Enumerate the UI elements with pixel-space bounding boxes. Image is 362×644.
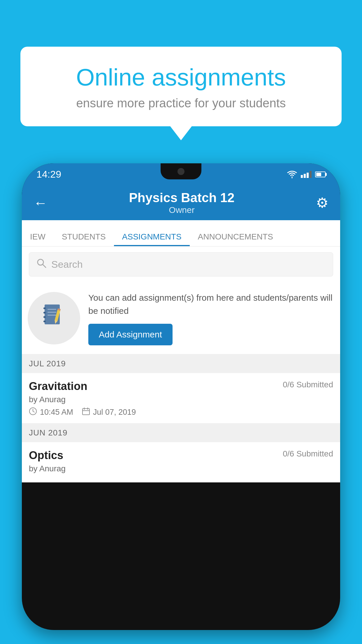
assignment-item-top: Gravitation 0/6 Submitted (29, 380, 333, 393)
svg-line-15 (33, 411, 34, 412)
tab-students[interactable]: STUDENTS (54, 220, 114, 246)
svg-line-1 (43, 264, 46, 267)
tab-assignments[interactable]: ASSIGNMENTS (114, 220, 190, 246)
speech-bubble-subtitle: ensure more practice for your students (38, 96, 324, 110)
search-bar[interactable]: Search (29, 252, 333, 276)
svg-rect-3 (43, 307, 46, 309)
assignment-time: 10:45 AM (40, 408, 73, 417)
assignment-item-top-optics: Optics 0/6 Submitted (29, 449, 333, 462)
phone-content: Search (22, 246, 340, 482)
battery-icon (315, 172, 326, 177)
svg-rect-5 (43, 316, 46, 318)
assignment-name: Gravitation (29, 380, 87, 393)
tab-announcements[interactable]: ANNOUNCEMENTS (190, 220, 281, 246)
assignment-item-optics[interactable]: Optics 0/6 Submitted by Anurag (22, 442, 340, 482)
speech-bubble: Online assignments ensure more practice … (20, 47, 342, 126)
assignment-submitted-optics: 0/6 Submitted (283, 449, 333, 459)
signal-icon (301, 171, 312, 178)
header-subtitle: Owner (129, 205, 235, 215)
wifi-icon (287, 170, 297, 178)
status-bar: 14:29 (22, 163, 340, 185)
assignment-date: Jul 07, 2019 (93, 408, 136, 417)
assignment-author: by Anurag (29, 395, 333, 404)
svg-rect-6 (43, 321, 46, 322)
assignment-name-optics: Optics (29, 449, 63, 462)
meta-time: 10:45 AM (29, 407, 73, 417)
phone-notch (161, 163, 201, 179)
calendar-icon (82, 407, 90, 417)
svg-rect-9 (48, 315, 56, 316)
assignment-author-optics: by Anurag (29, 464, 333, 473)
status-time: 14:29 (36, 169, 61, 180)
camera-icon (178, 168, 184, 175)
search-input[interactable]: Search (51, 259, 83, 270)
assignment-item-gravitation[interactable]: Gravitation 0/6 Submitted by Anurag 10:4… (22, 373, 340, 424)
section-header-jul: JUL 2019 (22, 354, 340, 373)
settings-icon[interactable]: ⚙ (316, 195, 328, 211)
search-icon (36, 258, 47, 271)
tabs-container: IEW STUDENTS ASSIGNMENTS ANNOUNCEMENTS (22, 220, 340, 246)
tab-iew[interactable]: IEW (22, 220, 54, 246)
svg-rect-16 (82, 409, 89, 415)
add-assignment-area: You can add assignment(s) from here and … (22, 282, 340, 354)
status-icons (287, 170, 326, 178)
notebook-icon (42, 303, 66, 333)
header-title: Physics Batch 12 (129, 190, 235, 205)
speech-bubble-title: Online assignments (38, 64, 324, 90)
app-header: ← Physics Batch 12 Owner ⚙ (22, 185, 340, 220)
header-center: Physics Batch 12 Owner (129, 190, 235, 215)
svg-rect-4 (43, 312, 46, 314)
assignment-info-text: You can add assignment(s) from here and … (88, 291, 333, 317)
assignment-meta: 10:45 AM Jul 07, 2019 (29, 407, 333, 417)
assignment-info: You can add assignment(s) from here and … (88, 291, 333, 345)
assignment-icon-circle (28, 292, 80, 344)
assignment-submitted: 0/6 Submitted (283, 380, 333, 389)
meta-date: Jul 07, 2019 (82, 407, 136, 417)
back-button[interactable]: ← (34, 195, 48, 211)
svg-rect-7 (48, 309, 56, 310)
clock-icon (29, 407, 37, 417)
section-header-jun: JUN 2019 (22, 424, 340, 442)
add-assignment-button[interactable]: Add Assignment (88, 324, 173, 345)
phone-frame: 14:29 ← (22, 163, 340, 630)
svg-rect-8 (48, 312, 56, 313)
speech-bubble-container: Online assignments ensure more practice … (20, 47, 342, 126)
